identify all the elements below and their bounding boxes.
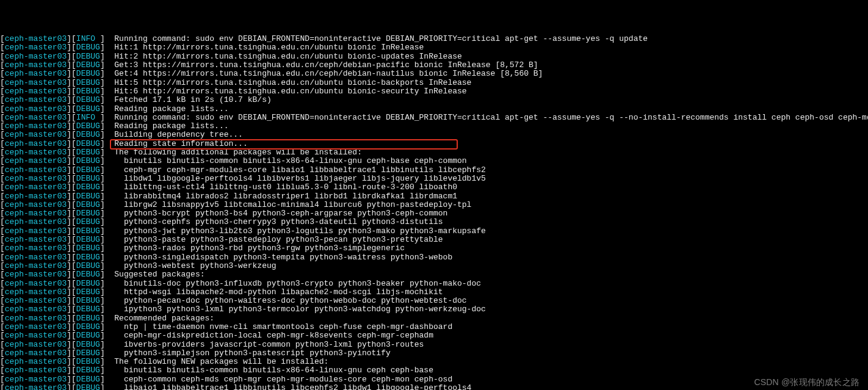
log-level: DEBUG — [76, 305, 100, 314]
log-host: ceph-master03 — [5, 296, 67, 305]
log-line: [ceph-master03][DEBUG] python3-singledis… — [0, 253, 868, 262]
log-host: ceph-master03 — [5, 60, 67, 70]
log-level: DEBUG — [76, 375, 100, 384]
log-host: ceph-master03 — [5, 200, 67, 209]
log-message: python3-bcrypt python3-bs4 python3-ceph-… — [105, 209, 448, 218]
log-level: DEBUG — [76, 209, 100, 218]
log-line: [ceph-master03][DEBUG] python3-rados pyt… — [0, 244, 868, 253]
log-level: DEBUG — [76, 226, 100, 236]
log-host: ceph-master03 — [5, 104, 67, 114]
log-host: ceph-master03 — [5, 270, 67, 279]
log-line: [ceph-master03][DEBUG] Get:4 https://mir… — [0, 70, 868, 78]
log-message: python3-jwt python3-lib2to3 python3-logu… — [105, 226, 486, 236]
log-level: DEBUG — [76, 69, 100, 78]
log-level: INFO — [76, 113, 100, 122]
log-level: DEBUG — [76, 78, 100, 87]
log-message: The following additional packages will b… — [105, 148, 362, 157]
log-host: ceph-master03 — [5, 348, 67, 358]
log-line: [ceph-master03][DEBUG] ntp | time-daemon… — [0, 323, 868, 331]
log-message: Recommended packages: — [105, 314, 214, 323]
log-message: Building dependency tree... — [105, 130, 243, 139]
log-host: ceph-master03 — [5, 322, 67, 331]
log-line: [ceph-master03][INFO ] Running command: … — [0, 35, 868, 43]
log-level: DEBUG — [76, 217, 100, 226]
log-message: Running command: sudo env DEBIAN_FRONTEN… — [105, 34, 648, 43]
log-message: librgw2 libsnappy1v5 libtcmalloc-minimal… — [105, 200, 472, 209]
log-line: [ceph-master03][DEBUG] Hit:5 http://mirr… — [0, 79, 868, 87]
log-line: [ceph-master03][INFO ] Running command: … — [0, 114, 868, 122]
log-host: ceph-master03 — [5, 357, 67, 366]
log-level: DEBUG — [76, 340, 100, 349]
log-level: DEBUG — [76, 87, 100, 96]
log-host: ceph-master03 — [5, 87, 67, 96]
log-host: ceph-master03 — [5, 261, 67, 270]
log-line: [ceph-master03][DEBUG] libaio1 libbabelt… — [0, 384, 868, 390]
log-level: INFO — [76, 34, 100, 43]
log-message: binutils binutils-common binutils-x86-64… — [105, 366, 433, 375]
log-level: DEBUG — [76, 192, 100, 201]
log-line: [ceph-master03][DEBUG] Suggested package… — [0, 270, 868, 279]
log-host: ceph-master03 — [5, 165, 67, 175]
log-line: [ceph-master03][DEBUG] librgw2 libsnappy… — [0, 201, 868, 209]
log-message: ntp | time-daemon nvme-cli smartmontools… — [105, 322, 453, 331]
log-message: Hit:1 http://mirrors.tuna.tsinghua.edu.c… — [105, 43, 424, 52]
log-level: DEBUG — [76, 104, 100, 114]
log-host: ceph-master03 — [5, 253, 67, 262]
log-message: The following NEW packages will be insta… — [105, 357, 329, 366]
log-line: [ceph-master03][DEBUG] The following NEW… — [0, 358, 868, 366]
log-line: [ceph-master03][DEBUG] ceph-mgr-diskpred… — [0, 331, 868, 340]
log-host: ceph-master03 — [5, 366, 67, 375]
log-message: Get:3 https://mirrors.tuna.tsinghua.edu.… — [105, 60, 538, 70]
log-line: [ceph-master03][DEBUG] binutils binutils… — [0, 366, 868, 375]
log-message: Get:4 https://mirrors.tuna.tsinghua.edu.… — [105, 69, 543, 78]
log-line: [ceph-master03][DEBUG] Reading package l… — [0, 122, 868, 131]
log-host: ceph-master03 — [5, 314, 67, 323]
log-line: [ceph-master03][DEBUG] ipython3 python3-… — [0, 305, 868, 314]
log-line: [ceph-master03][DEBUG] Reading package l… — [0, 105, 868, 114]
log-level: DEBUG — [76, 139, 100, 148]
log-line: [ceph-master03][DEBUG] Reading state inf… — [0, 140, 868, 148]
log-level: DEBUG — [76, 244, 100, 253]
log-level: DEBUG — [76, 314, 100, 323]
log-message: python-pecan-doc python-waitress-doc pyt… — [105, 296, 467, 305]
log-line: [ceph-master03][DEBUG] python3-cephfs py… — [0, 218, 868, 226]
log-level: DEBUG — [76, 279, 100, 288]
log-message: python3-paste python3-pastedeploy python… — [105, 235, 443, 244]
terminal-output[interactable]: [ceph-master03][INFO ] Running command: … — [0, 35, 868, 390]
log-message: liblttng-ust-ctl4 liblttng-ust0 liblua5.… — [105, 182, 457, 192]
log-message: Suggested packages: — [105, 270, 205, 279]
log-host: ceph-master03 — [5, 331, 67, 340]
log-message: Hit:6 http://mirrors.tuna.tsinghua.edu.c… — [105, 87, 467, 96]
log-message: ceph-mgr ceph-mgr-modules-core libaio1 l… — [105, 165, 486, 175]
log-level: DEBUG — [76, 253, 100, 262]
log-host: ceph-master03 — [5, 78, 67, 87]
log-level: DEBUG — [76, 348, 100, 358]
log-line: [ceph-master03][DEBUG] liblttng-ust-ctl4… — [0, 183, 868, 192]
log-line: [ceph-master03][DEBUG] python3-jwt pytho… — [0, 227, 868, 236]
log-line: [ceph-master03][DEBUG] ibverbs-providers… — [0, 341, 868, 349]
log-line: [ceph-master03][DEBUG] binutils binutils… — [0, 157, 868, 165]
log-level: DEBUG — [76, 165, 100, 175]
log-host: ceph-master03 — [5, 121, 67, 131]
log-message: ceph-common ceph-mds ceph-mgr ceph-mgr-m… — [105, 375, 453, 384]
log-message: librabbitmq4 librados2 libradosstriper1 … — [105, 192, 457, 201]
log-message: libdw1 libgoogle-perftools4 libibverbs1 … — [105, 174, 486, 183]
log-message: Reading state information... — [105, 139, 248, 148]
log-line: [ceph-master03][DEBUG] httpd-wsgi libapa… — [0, 288, 868, 297]
log-line: [ceph-master03][DEBUG] ceph-mgr ceph-mgr… — [0, 166, 868, 175]
log-level: DEBUG — [76, 322, 100, 331]
log-host: ceph-master03 — [5, 235, 67, 244]
log-line: [ceph-master03][DEBUG] Recommended packa… — [0, 314, 868, 323]
log-host: ceph-master03 — [5, 279, 67, 288]
log-level: DEBUG — [76, 235, 100, 244]
log-line: [ceph-master03][DEBUG] python3-paste pyt… — [0, 236, 868, 244]
log-level: DEBUG — [76, 52, 100, 61]
log-host: ceph-master03 — [5, 287, 67, 297]
log-level: DEBUG — [76, 130, 100, 139]
log-line: [ceph-master03][DEBUG] The following add… — [0, 148, 868, 157]
log-message: python3-webtest python3-werkzeug — [105, 261, 277, 270]
log-host: ceph-master03 — [5, 383, 67, 390]
log-host: ceph-master03 — [5, 375, 67, 384]
log-host: ceph-master03 — [5, 34, 67, 43]
log-host: ceph-master03 — [5, 174, 67, 183]
